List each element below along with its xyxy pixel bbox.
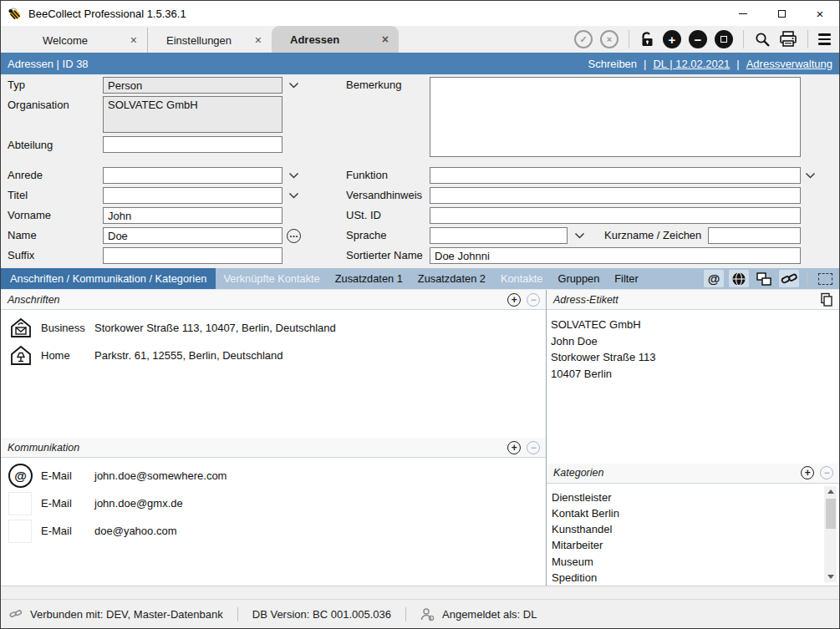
add-record-icon[interactable]: + [663,30,681,48]
subtab-gruppen[interactable]: Gruppen [550,268,607,289]
kategorien-header: Kategorien + − [547,464,839,484]
vorname-input[interactable] [103,207,283,224]
tab-einstellungen[interactable]: Einstellungen × [148,28,272,53]
globe-icon[interactable] [729,270,749,287]
communication-row[interactable]: @ E-Mail john.doe@somewhere.com [1,462,546,490]
pages-icon[interactable] [754,270,774,287]
subtab-filter[interactable]: Filter [607,268,645,289]
tab-welcome[interactable]: Welcome × [24,28,148,53]
chevron-down-icon[interactable] [288,172,299,179]
ust-id-input[interactable] [430,207,801,224]
subtab-verknuepfte-kontakte[interactable]: Verknüpfte Kontakte [216,268,327,289]
name-input[interactable] [103,227,283,244]
link-icon[interactable] [779,270,799,287]
print-icon[interactable] [779,31,797,48]
duplicate-record-icon[interactable] [715,30,733,48]
list-item[interactable]: Dienstleister [552,490,819,505]
tab-adressen[interactable]: Adressen × [272,26,399,53]
list-item[interactable]: Mitarbeiter [552,537,819,553]
add-communication-button[interactable]: + [507,441,521,454]
menu-icon[interactable] [818,33,831,45]
subtab-zusatzdaten-2[interactable]: Zusatzdaten 2 [410,268,493,289]
list-item[interactable]: Kontakt Berlin [552,505,819,521]
add-address-button[interactable]: + [507,293,521,307]
list-item[interactable]: Museum [552,554,819,570]
address-row-home[interactable]: Home Parkstr. 61, 12555, Berlin, Deutsch… [1,342,546,369]
close-button[interactable]: × [801,1,839,26]
chevron-down-icon[interactable] [805,172,816,179]
adressverwaltung-link[interactable]: Adressverwaltung [746,58,832,70]
versandhinweis-input[interactable] [430,187,801,204]
chevron-down-icon[interactable] [288,82,299,89]
logged-in-user: Angemeldet als: DL [442,608,537,621]
sortierter-name-input[interactable] [430,247,801,264]
name-options-button[interactable]: … [287,229,301,243]
remove-record-icon[interactable]: − [689,30,707,48]
bottom-spacer [1,586,839,599]
communication-row[interactable]: E-Mail doe@yahoo.com [1,517,546,545]
user-date-link[interactable]: DL | 12.02.2021 [653,58,730,70]
confirm-icon[interactable]: ✓ [574,30,593,48]
subtab-zusatzdaten-1[interactable]: Zusatzdaten 1 [328,268,410,289]
list-item[interactable]: Spedition [552,570,819,586]
address-row-business[interactable]: Business Storkower Straße 113, 10407, Be… [1,314,546,342]
user-icon [420,607,435,621]
funktion-input[interactable] [430,167,801,184]
app-window: BeeCollect Professional 1.5.36.1 × Welco… [0,0,840,629]
organisation-input[interactable]: SOLVATEC GmbH [103,96,283,133]
chevron-down-icon[interactable] [574,232,585,239]
organisation-label: Organisation [8,97,69,114]
category-scrollbar[interactable] [824,486,837,582]
remove-category-button[interactable]: − [820,466,833,479]
anrede-input[interactable] [103,167,283,184]
connection-status: Verbunden mit: DEV, Master-Datenbank [30,608,223,621]
adress-etikett-header: Adress-Etikett [547,290,839,310]
home-address-icon [8,344,37,368]
search-icon[interactable] [754,31,771,48]
scroll-down-icon[interactable] [824,571,837,582]
typ-input[interactable] [103,77,283,94]
toolbar-divider [743,30,744,48]
kurzname-input[interactable] [708,227,801,244]
blank-type-icon [8,520,37,543]
bee-app-icon [8,7,22,20]
sprache-input[interactable] [430,227,568,244]
anrede-label: Anrede [8,167,43,184]
tab-close-icon[interactable]: × [130,33,137,47]
minimize-button[interactable] [724,1,762,26]
anschriften-header: Anschriften + − [1,290,546,310]
suffix-input[interactable] [103,247,283,264]
chevron-down-icon[interactable] [288,192,299,199]
ust-id-label: USt. ID [346,207,381,224]
cancel-icon[interactable]: × [600,30,619,48]
tab-close-icon[interactable]: × [382,33,389,46]
abteilung-input[interactable] [103,136,283,153]
window-title: BeeCollect Professional 1.5.36.1 [28,8,186,20]
list-item[interactable]: Kunsthandel [552,521,819,537]
selection-box-icon[interactable] [815,270,835,287]
email-icon[interactable]: @ [704,270,724,287]
scrollbar-thumb[interactable] [826,499,836,529]
communication-row[interactable]: E-Mail john.doe@gmx.de [1,490,546,517]
category-list: Dienstleister Kontakt Berlin Kunsthandel… [547,484,839,586]
titel-label: Titel [8,187,28,204]
address-form: Typ Organisation SOLVATEC GmbH Abteilung… [1,74,839,268]
detail-content: Anschriften + − Business Storkowe [1,289,839,586]
remove-address-button[interactable]: − [527,293,540,307]
copy-icon[interactable] [820,292,833,307]
sortierter-name-label: Sortierter Name [346,247,423,264]
unlock-icon[interactable] [639,31,655,48]
strip-divider [807,271,807,287]
status-divider [405,607,406,621]
name-label: Name [8,227,37,244]
add-category-button[interactable]: + [801,466,814,479]
maximize-button[interactable] [762,1,801,26]
subtab-kontakte[interactable]: Kontakte [493,268,551,289]
subtab-anschriften-kommunikation-kategorien[interactable]: Anschriften / Kommunikation / Kategorien [1,268,216,289]
scroll-up-icon[interactable] [824,486,837,498]
tab-close-icon[interactable]: × [255,33,262,47]
remove-communication-button[interactable]: − [527,441,540,454]
titel-input[interactable] [103,187,283,204]
blank-type-icon [8,492,37,515]
bemerkung-input[interactable] [430,77,801,157]
